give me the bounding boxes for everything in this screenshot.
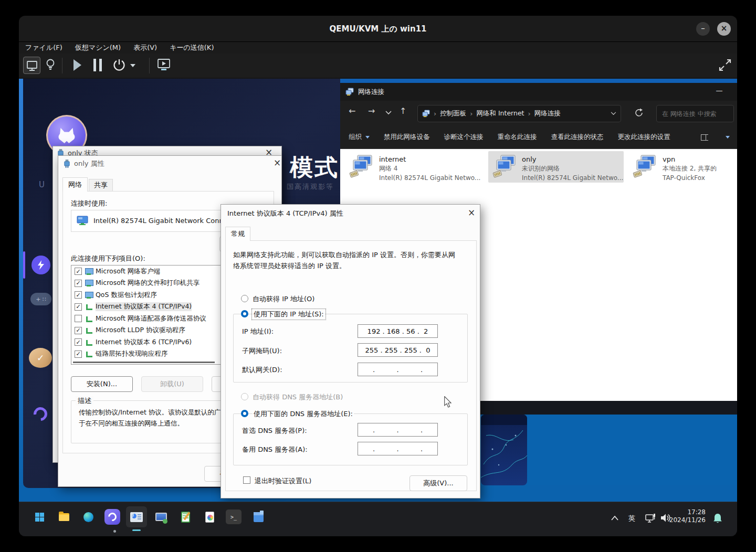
install-button[interactable]: 安装(N)... [71, 376, 133, 392]
checkbox-checked[interactable] [75, 351, 82, 358]
cmd-change-settings[interactable]: 更改此连接的设置 [618, 133, 670, 142]
sidebar-gamepad-button[interactable]: + ∷ [30, 293, 51, 305]
radio-auto-dns[interactable] [241, 393, 248, 400]
radio-manual-ip-label[interactable]: 使用下面的 IP 地址(S): [253, 310, 325, 319]
refresh-icon[interactable] [634, 108, 644, 118]
sidebar-vip-badge-button[interactable]: ✓ [29, 348, 52, 368]
tray-network-icon[interactable] [645, 513, 656, 524]
qemu-minimize-button[interactable]: – [696, 22, 710, 36]
taskbar-cube-app[interactable] [248, 506, 269, 527]
up-button[interactable]: ↑ [400, 106, 406, 116]
explorer-titlebar[interactable]: 网络连接 — [340, 83, 737, 101]
console-display-button[interactable] [23, 57, 40, 74]
display-cast-button[interactable] [156, 58, 171, 75]
search-input[interactable] [657, 105, 733, 122]
tray-clock[interactable]: 17:28 2024/11/26 [669, 508, 706, 524]
sidebar-lightning-button[interactable] [32, 256, 50, 274]
explorer-minimize-button[interactable]: — [708, 83, 731, 100]
address-dropdown-chevron[interactable] [611, 112, 616, 115]
default-gateway-field[interactable]: . . . [358, 363, 438, 376]
ipv4-intro-line2: 络系统管理员处获得适当的 IP 设置。 [233, 261, 346, 271]
connection-item-only[interactable]: only 未识别的网络 Intel(R) 82574L Gigabit Netw… [488, 151, 624, 183]
taskbar-file-explorer[interactable] [54, 506, 75, 527]
tray-chevron-up-icon[interactable] [611, 516, 618, 521]
sidebar-magnet-button[interactable] [31, 405, 50, 424]
taskbar-terminal[interactable]: >_ [223, 506, 244, 527]
subnet-mask-field[interactable]: 255 . 255 . 255 . 0 [358, 343, 438, 357]
taskbar: >_ 英 17:28 2024/11/26 [19, 502, 737, 536]
breadcrumb-network-internet[interactable]: 网络和 Internet [476, 109, 524, 118]
adapter-monitor-icon [77, 216, 88, 226]
properties-dialog-close[interactable]: × [274, 157, 281, 168]
pause-icon[interactable] [93, 59, 102, 71]
ipv4-dialog-title: Internet 协议版本 4 (TCP/IPv4) 属性 [227, 209, 343, 218]
checkbox-unchecked[interactable] [75, 315, 82, 322]
cmd-view-status[interactable]: 查看此连接的状态 [551, 133, 604, 142]
world-map-graphic [481, 415, 527, 485]
start-button[interactable] [29, 506, 50, 527]
address-bar[interactable]: › 控制面板 › 网络和 Internet › 网络连接 [417, 105, 621, 122]
checkbox-checked[interactable] [75, 268, 82, 275]
taskbar-image-app[interactable] [199, 506, 220, 527]
qemu-window: QEMU/KVM 上の win11 – × ファイル(F) 仮想マシン(M) 表… [19, 16, 737, 536]
validate-settings-checkbox[interactable] [243, 476, 250, 484]
fullscreen-button[interactable] [718, 58, 732, 74]
checkbox-checked[interactable] [75, 280, 82, 287]
qemu-close-button[interactable]: × [717, 22, 731, 36]
tab-network[interactable]: 网络 [62, 177, 88, 192]
address-location-icon [422, 110, 430, 118]
radio-auto-ip-label[interactable]: 自动获得 IP 地址(O) [253, 294, 314, 304]
radio-manual-ip[interactable] [241, 310, 248, 317]
cmd-diagnose[interactable]: 诊断这个连接 [444, 133, 484, 142]
shutdown-button[interactable] [112, 58, 126, 75]
back-button[interactable]: ← [349, 106, 355, 116]
forward-button[interactable]: → [368, 106, 375, 116]
tab-general[interactable]: 常规 [225, 227, 250, 241]
menu-file[interactable]: ファイル(F) [25, 43, 62, 52]
history-chevron-icon[interactable] [385, 111, 392, 115]
toolbar-separator [62, 58, 62, 73]
connection-item-vpn[interactable]: vpn 本地连接 2, 共享的 TAP-QuickFox [630, 151, 737, 183]
search-box[interactable] [656, 105, 734, 122]
ime-indicator[interactable]: 英 [628, 514, 635, 523]
breadcrumb-network-connections[interactable]: 网络连接 [534, 109, 561, 118]
checkbox-checked[interactable] [75, 303, 82, 311]
ipv4-dialog-close[interactable]: × [468, 207, 475, 218]
cmd-rename[interactable]: 重命名此连接 [498, 133, 537, 142]
usb-redirect-button[interactable] [44, 58, 57, 75]
advanced-button[interactable]: 高级(V)... [410, 475, 467, 491]
qemu-titlebar[interactable]: QEMU/KVM 上の win11 – × [19, 16, 737, 42]
validate-settings-label[interactable]: 退出时验证设置(L) [255, 476, 311, 486]
view-grid-icon[interactable] [701, 134, 708, 141]
uninstall-button[interactable]: 卸载(U) [141, 376, 203, 392]
radio-auto-ip[interactable] [241, 295, 248, 302]
cmd-disable-device[interactable]: 禁用此网络设备 [384, 133, 430, 142]
alternate-dns-field[interactable]: . . . [358, 442, 438, 455]
breadcrumb-control-panel[interactable]: 控制面板 [440, 109, 466, 118]
taskbar-computer-app[interactable] [151, 506, 172, 527]
organize-menu[interactable]: 组织 [349, 133, 362, 142]
menu-send-key[interactable]: キーの送信(K) [170, 43, 214, 52]
play-icon[interactable] [74, 59, 81, 71]
notification-bell-icon[interactable] [713, 513, 722, 524]
checkbox-checked[interactable] [75, 338, 82, 346]
horizontal-scrollbar[interactable] [73, 362, 215, 363]
tab-sharing[interactable]: 共享 [89, 179, 113, 192]
menu-view[interactable]: 表示(V) [133, 43, 157, 52]
connection-item-internet[interactable]: internet 网络 4 Intel(R) 82574L Gigabit Ne… [346, 151, 482, 183]
radio-manual-dns-label[interactable]: 使用下面的 DNS 服务器地址(E): [253, 409, 354, 419]
taskbar-notepad-app[interactable] [175, 506, 196, 527]
taskbar-edge[interactable] [78, 506, 99, 527]
shutdown-dropdown-arrow[interactable] [130, 64, 135, 67]
taskbar-control-panel-active[interactable] [126, 506, 147, 527]
preferred-dns-label: 首选 DNS 服务器(P): [242, 426, 307, 436]
radio-auto-dns-label[interactable]: 自动获得 DNS 服务器地址(B) [253, 392, 343, 402]
radio-manual-dns[interactable] [241, 410, 248, 417]
ip-address-field[interactable]: 192 . 168 . 56 . 2 [358, 324, 438, 338]
checkbox-checked[interactable] [75, 291, 82, 299]
view-caret-icon[interactable] [726, 136, 730, 139]
preferred-dns-field[interactable]: . . . [358, 423, 438, 437]
taskbar-thunder[interactable] [102, 506, 123, 527]
menu-virtual-machine[interactable]: 仮想マシン(M) [75, 43, 121, 52]
checkbox-checked[interactable] [75, 327, 82, 334]
